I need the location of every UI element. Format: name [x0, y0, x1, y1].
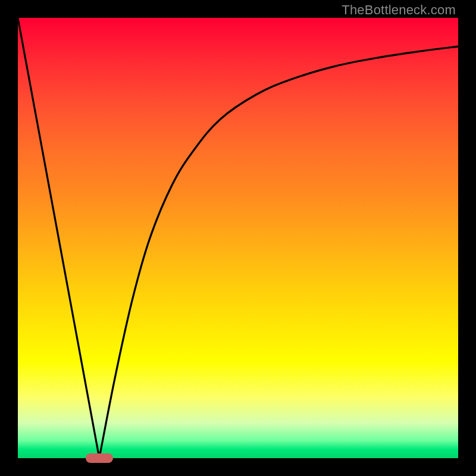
plot-area: [18, 18, 458, 458]
chart-frame: TheBottleneck.com: [0, 0, 476, 476]
bottleneck-marker: [86, 453, 113, 463]
watermark-text: TheBottleneck.com: [342, 2, 456, 18]
curve-layer: [18, 18, 458, 458]
right-curve-path: [99, 46, 458, 458]
left-line-path: [18, 18, 99, 458]
